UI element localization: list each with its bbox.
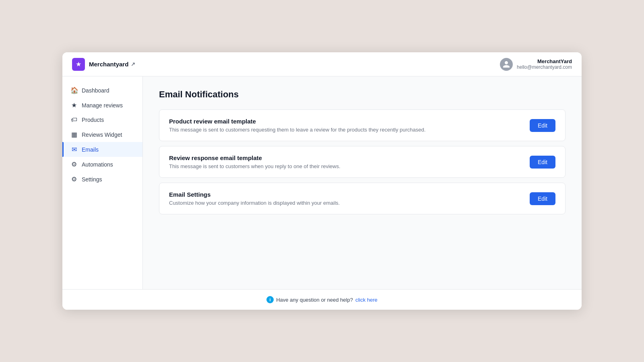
sidebar-item-products[interactable]: 🏷Products <box>62 113 142 127</box>
sidebar-item-manage-reviews[interactable]: ★Manage reviews <box>62 98 142 113</box>
card-desc-review-response-email: This message is sent to customers when y… <box>169 163 341 169</box>
card-title-product-review-email: Product review email template <box>169 118 425 125</box>
sidebar-label-reviews-widget: Reviews Widget <box>82 132 122 138</box>
card-text-review-response-email: Review response email template This mess… <box>169 154 341 169</box>
header-right: MerchantYard hello@merchantyard.com <box>500 58 572 71</box>
card-text-product-review-email: Product review email template This messa… <box>169 118 425 133</box>
card-email-settings: Email Settings Customize how your compan… <box>159 183 566 214</box>
user-name: MerchantYard <box>517 58 572 64</box>
body: 🏠Dashboard★Manage reviews🏷Products▦Revie… <box>62 76 582 289</box>
header: ★ Merchantyard ↗ MerchantYard hello@merc… <box>62 52 582 76</box>
card-desc-product-review-email: This message is sent to customers reques… <box>169 127 425 133</box>
info-icon: i <box>266 296 274 303</box>
app-window: ★ Merchantyard ↗ MerchantYard hello@merc… <box>62 52 582 310</box>
user-email: hello@merchantyard.com <box>517 64 572 70</box>
sidebar-label-dashboard: Dashboard <box>82 87 109 94</box>
sidebar-icon-automations: ⚙ <box>70 160 78 168</box>
sidebar-icon-reviews-widget: ▦ <box>70 131 78 138</box>
sidebar-label-products: Products <box>82 117 104 123</box>
app-title: Merchantyard ↗ <box>89 61 135 68</box>
user-info: MerchantYard hello@merchantyard.com <box>517 58 572 70</box>
sidebar-item-automations[interactable]: ⚙Automations <box>62 157 142 172</box>
edit-button-email-settings[interactable]: Edit <box>530 192 555 205</box>
card-review-response-email: Review response email template This mess… <box>159 146 566 178</box>
main-content: Email Notifications Product review email… <box>143 76 582 289</box>
sidebar-label-emails: Emails <box>82 146 99 153</box>
card-title-review-response-email: Review response email template <box>169 154 341 161</box>
sidebar-icon-products: 🏷 <box>70 116 78 123</box>
card-product-review-email: Product review email template This messa… <box>159 109 566 141</box>
sidebar-icon-emails: ✉ <box>70 146 78 153</box>
card-text-email-settings: Email Settings Customize how your compan… <box>169 191 340 206</box>
page-title: Email Notifications <box>159 89 566 100</box>
sidebar: 🏠Dashboard★Manage reviews🏷Products▦Revie… <box>62 76 143 289</box>
sidebar-label-settings: Settings <box>82 176 102 183</box>
edit-button-product-review-email[interactable]: Edit <box>530 119 555 132</box>
footer-help: i Have any question or need help? click … <box>62 289 582 310</box>
external-link-icon[interactable]: ↗ <box>131 61 135 67</box>
sidebar-icon-manage-reviews: ★ <box>70 101 78 109</box>
card-desc-email-settings: Customize how your company information i… <box>169 200 340 206</box>
sidebar-label-automations: Automations <box>82 161 113 168</box>
logo-icon: ★ <box>72 58 85 71</box>
avatar <box>500 58 513 71</box>
help-text: Have any question or need help? <box>276 297 353 303</box>
sidebar-item-settings[interactable]: ⚙Settings <box>62 172 142 187</box>
sidebar-icon-settings: ⚙ <box>70 175 78 183</box>
header-left: ★ Merchantyard ↗ <box>72 58 135 71</box>
sidebar-item-dashboard[interactable]: 🏠Dashboard <box>62 83 142 98</box>
card-title-email-settings: Email Settings <box>169 191 340 198</box>
help-link[interactable]: click here <box>355 297 378 303</box>
sidebar-item-reviews-widget[interactable]: ▦Reviews Widget <box>62 127 142 142</box>
sidebar-icon-dashboard: 🏠 <box>70 86 78 94</box>
sidebar-label-manage-reviews: Manage reviews <box>82 102 123 109</box>
sidebar-item-emails[interactable]: ✉Emails <box>62 142 142 157</box>
edit-button-review-response-email[interactable]: Edit <box>530 156 555 169</box>
